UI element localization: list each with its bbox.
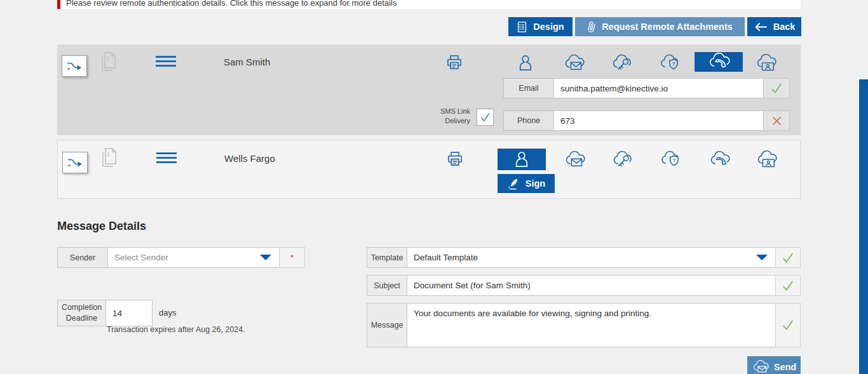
printer-icon[interactable] <box>445 149 465 168</box>
recipient-name: Wells Fargo <box>224 153 275 164</box>
cloud-email-icon[interactable] <box>564 149 585 170</box>
request-remote-attachments-button[interactable]: Request Remote Attachments <box>575 17 745 36</box>
cloud-phone-icon[interactable] <box>709 149 730 170</box>
email-field-wrap <box>553 78 764 98</box>
cloud-email-icon[interactable] <box>563 52 585 74</box>
message-details-title: Message Details <box>57 220 146 233</box>
cloud-key-icon[interactable] <box>611 52 632 74</box>
cloud-shield-question-icon[interactable] <box>660 149 681 170</box>
phone-input[interactable] <box>554 111 763 130</box>
cloud-shield-question-icon[interactable] <box>659 52 681 74</box>
valid-check-icon <box>782 319 794 331</box>
document-count-icon: 1 <box>99 51 118 73</box>
phone-field-wrap <box>553 110 764 131</box>
cloud-contact-icon[interactable] <box>756 149 777 170</box>
warning-message: Please review remote authentication deta… <box>66 0 397 8</box>
sign-button-label: Sign <box>526 178 545 189</box>
document-count-icon: 1 <box>100 147 119 169</box>
deadline-unit: days <box>159 308 176 317</box>
valid-check-icon <box>782 252 794 264</box>
message-textarea[interactable]: Your documents are available for viewing… <box>407 304 775 347</box>
message-field-wrap: Your documents are available for viewing… <box>407 303 776 347</box>
branch-arrow-icon[interactable] <box>62 152 88 173</box>
checkbox-check-icon <box>479 112 491 123</box>
design-button[interactable]: Design <box>508 17 573 36</box>
valid-check-icon <box>782 280 794 291</box>
sign-button[interactable]: Sign <box>498 174 555 193</box>
required-marker: * <box>290 255 294 260</box>
document-count: 1 <box>106 55 109 62</box>
sender-placeholder: Select Sender <box>108 253 260 262</box>
sender-select[interactable]: Select Sender <box>107 247 280 268</box>
dropdown-caret-icon <box>756 255 768 260</box>
message-label: Message <box>367 303 407 347</box>
phone-label: Phone <box>503 110 554 131</box>
back-button-label: Back <box>773 22 796 32</box>
in-person-signer-icon[interactable] <box>515 52 536 74</box>
back-button[interactable]: Back <box>747 17 801 36</box>
email-input[interactable] <box>554 79 763 98</box>
subject-valid-badge <box>775 275 801 296</box>
subject-field-wrap <box>407 275 776 296</box>
email-valid-badge <box>763 78 790 98</box>
authentication-warning-banner[interactable]: Please review remote authentication deta… <box>57 0 801 9</box>
deadline-input[interactable] <box>106 300 152 326</box>
request-remote-attachments-label: Request Remote Attachments <box>602 22 733 32</box>
branch-arrow-icon[interactable] <box>62 55 87 77</box>
template-label: Template <box>367 247 407 268</box>
drag-handle-icon[interactable] <box>156 56 176 69</box>
send-documents-screen: Please review remote authentication deta… <box>0 0 868 374</box>
message-valid-badge <box>775 303 801 347</box>
invalid-cross-icon <box>771 116 782 126</box>
template-valid-badge <box>775 247 801 268</box>
paperclip-icon <box>587 20 596 34</box>
subject-label: Subject <box>367 275 407 296</box>
sms-link-delivery-checkbox[interactable] <box>477 109 494 126</box>
quill-sign-icon <box>507 177 520 190</box>
design-icon <box>517 21 527 33</box>
completion-deadline-label: Completion Deadline <box>57 300 106 326</box>
send-cloud-mail-icon <box>752 360 769 374</box>
sender-required-badge: * <box>279 247 305 268</box>
phone-invalid-badge <box>763 110 790 131</box>
recipient-name: Sam Smith <box>224 57 270 67</box>
dropdown-caret-icon <box>260 255 271 260</box>
recipient-row: 1 Sam Smith Email SMS Link Delivery Phon… <box>57 44 801 135</box>
template-value: Default Template <box>407 253 756 262</box>
sender-label: Sender <box>57 247 108 268</box>
cloud-key-icon[interactable] <box>611 149 633 170</box>
back-arrow-icon <box>754 22 768 32</box>
cloud-contact-icon[interactable] <box>755 52 776 74</box>
send-button-label: Send <box>774 362 796 372</box>
template-select[interactable]: Default Template <box>407 247 776 268</box>
subject-input[interactable] <box>407 276 775 295</box>
printer-icon[interactable] <box>445 53 464 72</box>
sms-link-delivery-label: SMS Link Delivery <box>433 107 470 126</box>
drag-handle-icon[interactable] <box>156 152 177 166</box>
in-person-signer-icon[interactable] <box>498 149 546 170</box>
design-button-label: Design <box>533 22 564 32</box>
cloud-phone-icon[interactable] <box>695 52 743 72</box>
scrollbar[interactable] <box>859 79 868 374</box>
send-button[interactable]: Send <box>747 356 801 374</box>
valid-check-icon <box>770 83 783 94</box>
document-count: 1 <box>107 150 110 157</box>
email-label: Email <box>503 78 554 98</box>
expiry-note: Transaction expires after Aug 26, 2024. <box>107 325 245 334</box>
deadline-field-wrap <box>105 300 153 326</box>
recipient-row: 1 Wells Fargo Sign <box>57 140 801 199</box>
